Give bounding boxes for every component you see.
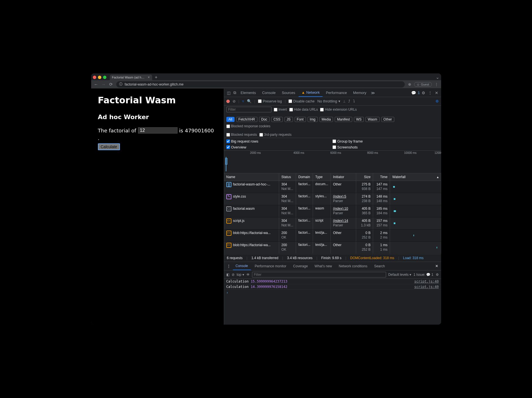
tabs-dropdown-icon[interactable]: ⌄ [436,75,439,80]
reload-button[interactable]: ⟳ [109,82,113,87]
overview-checkbox[interactable]: Overview [226,145,333,149]
url-bar[interactable]: ⓘ factorial-wasm-ad-hoc-worker.glitch.me [116,81,405,88]
clear-button[interactable]: ⊘ [233,99,236,103]
minimize-window-button[interactable] [98,76,101,79]
table-row[interactable]: factorial.wasm304Not M...factori...wasm(… [224,205,441,217]
table-row[interactable]: style.css304Not M...factori...styles...(… [224,193,441,205]
filter-chip-css[interactable]: CSS [271,117,283,122]
drawer-tab-console[interactable]: Console [233,262,251,270]
console-prompt[interactable]: › [224,290,441,296]
close-tab-icon[interactable]: × [148,75,150,79]
filter-chip-media[interactable]: Media [319,117,333,122]
filter-chip-all[interactable]: All [226,117,235,122]
filter-chip-doc[interactable]: Doc [259,117,270,122]
clear-console-icon[interactable]: ⊘ [232,273,235,277]
more-tabs-icon[interactable]: ≫ [370,89,376,96]
issues-icon[interactable]: 💬 [410,89,417,96]
column-header-waterfall[interactable]: Waterfall▴ [390,173,441,181]
filter-chip-ws[interactable]: WS [354,117,364,122]
invert-checkbox[interactable]: Invert [274,108,287,111]
network-overview-timeline[interactable]: 2000 ms4000 ms6000 ms8000 ms10000 ms1200… [224,151,441,173]
drawer-tab-coverage[interactable]: Coverage [290,263,311,270]
column-header-size[interactable]: Size [356,173,373,181]
column-header-status[interactable]: Status [279,173,296,181]
browser-tab[interactable]: Factorial Wasm (ad hoc Work × [110,75,152,80]
site-info-icon[interactable]: ⓘ [119,82,122,87]
close-drawer-icon[interactable]: ✕ [434,263,439,269]
issues-label[interactable]: 1 Issue: 💬 1 [413,273,433,277]
close-window-button[interactable] [93,76,96,79]
devtools-menu-icon[interactable]: ⋮ [427,89,433,96]
throttling-dropdown[interactable]: No throttling ▾ [317,99,340,103]
export-har-icon[interactable]: ⤴ [348,99,350,103]
levels-dropdown[interactable]: Default levels ▾ [388,273,411,277]
zoom-icon[interactable]: ⊕ [408,82,411,86]
search-icon[interactable]: 🔍 [247,99,251,103]
filter-chip-js[interactable]: JS [284,117,293,122]
group-by-frame-checkbox[interactable]: Group by frame [332,139,439,143]
filter-chip-font[interactable]: Font [295,117,306,122]
table-row[interactable]: blob:https://factorial-wa...200OKfactori… [224,242,441,254]
source-link[interactable]: script.js:40 [414,279,439,283]
issues-count[interactable]: 1 [418,91,420,95]
third-party-checkbox[interactable]: 3rd-party requests [259,133,292,137]
console-filter-input[interactable] [252,272,386,277]
browser-menu-icon[interactable]: ⋮ [435,82,438,86]
column-header-initiator[interactable]: Initiator [331,173,356,181]
filter-chip-fetchxhr[interactable]: Fetch/XHR [236,117,257,122]
device-toolbar-icon[interactable]: ⧉ [232,89,237,96]
devtools-tab-memory[interactable]: Memory [350,89,369,97]
inspect-element-icon[interactable]: ◫ [226,89,232,96]
column-header-type[interactable]: Type [313,173,331,181]
column-header-time[interactable]: Time [373,173,390,181]
console-row[interactable]: Calculation 14.399999976158142script.js:… [224,284,441,290]
hide-extension-urls-checkbox[interactable]: Hide extension URLs [320,108,357,111]
filter-chip-other[interactable]: Other [381,117,394,122]
close-devtools-icon[interactable]: ✕ [434,89,439,96]
console-sidebar-toggle-icon[interactable]: ◧ [226,273,229,277]
table-row[interactable]: script.js304Not M...factori...script(ind… [224,217,441,229]
big-request-rows-checkbox[interactable]: Big request rows [226,139,333,143]
column-header-name[interactable]: Name [224,173,279,181]
profile-button[interactable]: ☺ Guest [414,82,432,87]
drawer-tab-search[interactable]: Search [371,263,388,270]
filter-chip-manifest[interactable]: Manifest [335,117,352,122]
blocked-cookies-checkbox[interactable]: Blocked response cookies [226,124,270,128]
filter-chip-img[interactable]: Img [308,117,318,122]
screenshots-checkbox[interactable]: Screenshots [332,145,439,149]
filter-chip-wasm[interactable]: Wasm [365,117,380,122]
hide-data-urls-checkbox[interactable]: Hide data URLs [289,108,318,111]
context-dropdown[interactable]: top ▾ [237,273,244,277]
drawer-tab-performance-monitor[interactable]: Performance monitor [252,263,289,270]
column-header-domain[interactable]: Domain [296,173,313,181]
disable-cache-checkbox[interactable]: Disable cache [288,99,314,103]
drawer-menu-icon[interactable]: ⋮ [226,263,232,269]
devtools-tab-sources[interactable]: Sources [279,89,298,97]
devtools-tab-elements[interactable]: Elements [238,89,259,97]
forward-button[interactable]: → [102,82,106,87]
live-expression-icon[interactable]: 👁 [246,273,250,277]
record-button[interactable] [226,100,230,103]
source-link[interactable]: script.js:40 [414,285,439,289]
console-row[interactable]: Calculation 15.599999964237213script.js:… [224,279,441,284]
table-row[interactable]: factorial-wasm-ad-hoc-...304Not M...fact… [224,181,441,193]
maximize-window-button[interactable] [103,76,106,79]
network-conditions-icon[interactable]: ⟂ [343,99,345,103]
table-row[interactable]: blob:https://factorial-wa...200OKfactori… [224,229,441,242]
blocked-requests-checkbox[interactable]: Blocked requests [226,133,257,137]
devtools-tab-console[interactable]: Console [259,89,279,97]
drawer-tab-what-s-new[interactable]: What's new [312,263,335,270]
back-button[interactable]: ← [94,82,98,87]
network-filter-input[interactable] [226,107,272,112]
preserve-log-checkbox[interactable]: Preserve log [258,99,282,103]
console-settings-icon[interactable]: ⚙ [436,273,439,277]
drawer-tab-network-conditions[interactable]: Network conditions [336,263,370,270]
factorial-input[interactable] [138,127,178,134]
new-tab-button[interactable]: + [154,75,159,80]
network-settings-icon[interactable]: ⚙ [435,99,439,103]
devtools-tab-performance[interactable]: Performance [323,89,350,97]
devtools-tab-network[interactable]: ▲ Network [299,89,323,97]
calculate-button[interactable]: Calculate [98,143,120,150]
import-har-icon[interactable]: ⤵ [353,99,355,103]
filter-toggle-icon[interactable]: ▿ [242,99,244,103]
